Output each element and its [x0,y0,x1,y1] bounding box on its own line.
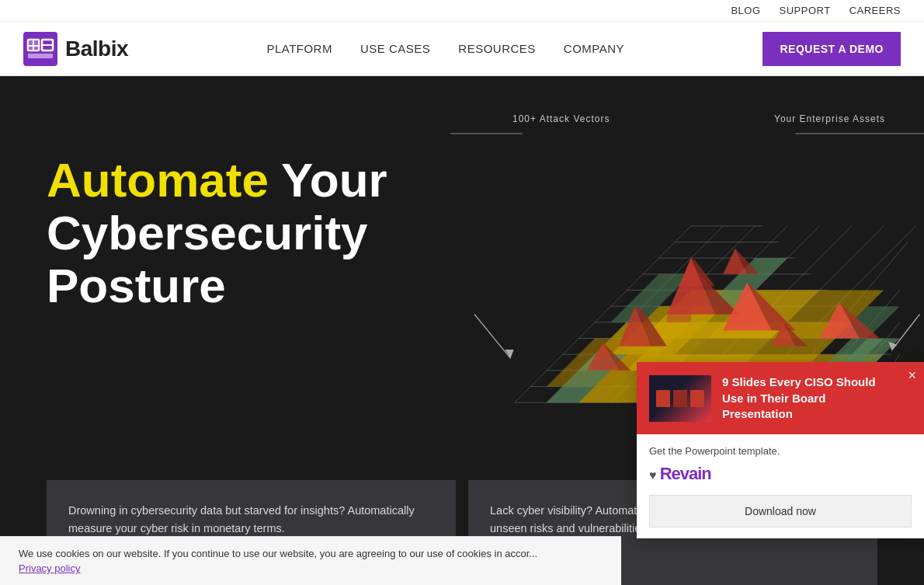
nav-links: PLATFORM USE CASES RESOURCES COMPANY [266,42,624,55]
nav-use-cases[interactable]: USE CASES [360,42,430,55]
revain-popup: × 9 Slides Every CISO Should Use in Thei… [637,362,924,538]
svg-rect-7 [28,54,53,58]
hero-title: Automate Your Cybersecurity Posture [47,154,419,313]
popup-title: 9 Slides Every CISO Should Use in Their … [722,374,893,422]
support-link[interactable]: SUPPORT [780,5,831,16]
viz-label-right: Your Enterprise Assets [774,113,885,124]
download-button[interactable]: Download now [649,495,912,528]
balbix-logo-icon [23,32,57,66]
popup-branding: ♥ Revain [637,458,924,495]
popup-screen-2 [673,390,687,407]
hero-text: Automate Your Cybersecurity Posture [47,123,419,313]
popup-screens [656,390,704,407]
popup-screen-3 [690,390,704,407]
svg-line-71 [474,315,511,359]
popup-image [649,375,711,422]
cookie-text: We use cookies on our website. If you co… [19,548,603,559]
popup-body: Get the Powerpoint template. [637,434,924,458]
popup-header: × 9 Slides Every CISO Should Use in Thei… [637,362,924,434]
popup-close-button[interactable]: × [908,368,916,382]
careers-link[interactable]: CAREERS [849,5,901,16]
viz-label-left: 100+ Attack Vectors [512,113,610,124]
popup-screen-1 [656,390,670,407]
top-bar: BLOG SUPPORT CAREERS [0,0,924,22]
revain-brand-text: Revain [660,464,711,483]
popup-image-inner [649,375,711,422]
privacy-policy-link[interactable]: Privacy policy [19,562,603,574]
logo[interactable]: Balbix [23,32,128,66]
popup-subtitle: Get the Powerpoint template. [649,445,780,457]
nav-resources[interactable]: RESOURCES [458,42,536,55]
nav-right: REQUEST A DEMO [762,32,901,66]
logo-text: Balbix [65,37,128,61]
popup-header-content: 9 Slides Every CISO Should Use in Their … [649,374,893,422]
request-demo-button[interactable]: REQUEST A DEMO [762,32,901,66]
cookie-bar: We use cookies on our website. If you co… [0,536,621,585]
blog-link[interactable]: BLOG [731,5,760,16]
nav-company[interactable]: COMPANY [564,42,624,55]
nav-platform[interactable]: PLATFORM [266,42,332,55]
main-nav: Balbix PLATFORM USE CASES RESOURCES COMP… [0,22,924,76]
hero-title-highlight: Automate [47,153,269,207]
revain-logo: ♥ Revain [649,464,711,484]
card-1-text: Drowning in cybersecurity data but starv… [68,502,434,538]
